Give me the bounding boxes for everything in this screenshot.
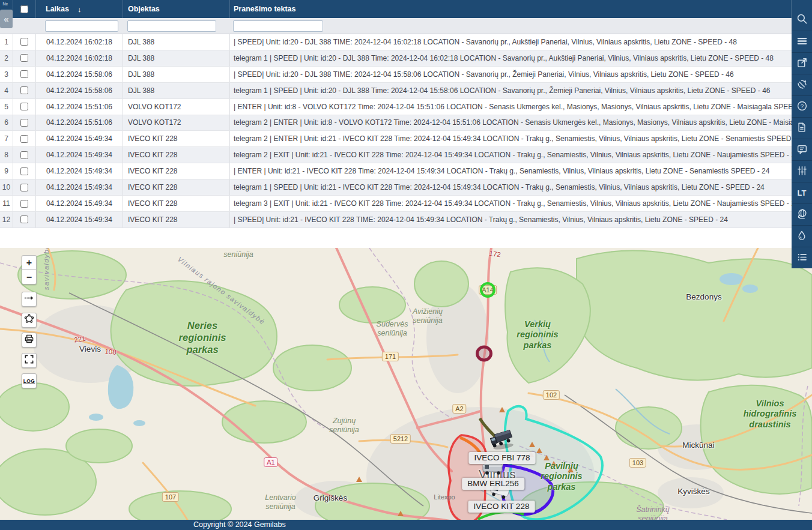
row-checkbox[interactable] [20, 70, 28, 78]
row-object: DJL 388 [123, 67, 230, 82]
right-sidebar: ? LT [792, 0, 812, 268]
row-number: 12 [0, 212, 13, 227]
row-checkbox-cell [13, 147, 36, 163]
row-number: 10 [0, 179, 13, 195]
row-message: telegram 2 | ENTER | Unit: id:21 - IVECO… [230, 131, 792, 146]
table-row[interactable]: 1 04.12.2024 16:02:18 DJL 388 | SPEED| U… [0, 34, 792, 50]
row-number: 2 [0, 50, 13, 66]
help-icon: ? [796, 100, 808, 113]
select-all-checkbox[interactable] [20, 5, 28, 13]
row-number: 1 [0, 34, 13, 50]
table-body: 1 04.12.2024 16:02:18 DJL 388 | SPEED| U… [0, 34, 792, 228]
table-row[interactable]: 3 04.12.2024 15:58:06 DJL 388 | SPEED| U… [0, 67, 792, 83]
row-checkbox-cell [13, 179, 36, 195]
route-arrow-icon [23, 292, 35, 306]
help-button[interactable]: ? [792, 95, 812, 117]
row-object: IVECO KIT 228 [123, 196, 230, 211]
print-button[interactable] [22, 333, 37, 348]
droplet-icon [796, 230, 807, 242]
map-canvas [0, 248, 812, 520]
geofence-marker-green[interactable] [480, 282, 495, 298]
table-row[interactable]: 6 04.12.2024 15:51:06 VOLVO KOT172 teleg… [0, 115, 792, 131]
row-message: telegram 2 | EXIT | Unit: id:21 - IVECO … [230, 147, 792, 163]
row-message: telegram 2 | ENTER | Unit: id:8 - VOLVO … [230, 115, 792, 131]
zoom-in-button[interactable]: + [22, 255, 37, 270]
open-window-button[interactable] [792, 52, 812, 74]
svg-text:?: ? [800, 102, 804, 109]
row-time: 04.12.2024 15:49:34 [36, 147, 123, 163]
row-checkbox[interactable] [20, 38, 28, 46]
row-checkbox[interactable] [20, 215, 28, 223]
track-arrow-button[interactable] [22, 292, 37, 307]
documents-button[interactable] [792, 117, 812, 139]
row-checkbox[interactable] [20, 151, 28, 159]
row-message: telegram 1 | SPEED | Unit: id:20 - DJL 3… [230, 50, 792, 66]
menu-button[interactable] [792, 31, 812, 52]
row-checkbox[interactable] [20, 86, 28, 94]
table-row[interactable]: 9 04.12.2024 15:49:34 IVECO KIT 228 | EN… [0, 163, 792, 179]
chat-icon [796, 143, 808, 157]
fuel-button[interactable] [792, 225, 812, 247]
row-checkbox[interactable] [20, 54, 28, 62]
globe-button[interactable] [792, 203, 812, 225]
document-icon [796, 122, 807, 134]
row-time: 04.12.2024 15:49:34 [36, 196, 123, 211]
draw-polygon-button[interactable] [22, 313, 37, 328]
column-header-laikas[interactable]: Laikas ↓ [36, 0, 123, 18]
external-link-icon [796, 57, 808, 70]
list-button[interactable] [792, 247, 812, 268]
filter-time-input[interactable] [45, 20, 118, 32]
row-checkbox-cell [13, 212, 36, 227]
table-row[interactable]: 2 04.12.2024 16:02:18 DJL 388 telegram 1… [0, 50, 792, 67]
row-checkbox-cell [13, 115, 36, 131]
messages-button[interactable] [792, 139, 812, 160]
print-icon [23, 333, 35, 347]
row-number: 9 [0, 163, 13, 179]
row-time: 04.12.2024 15:49:34 [36, 131, 123, 146]
row-checkbox[interactable] [20, 184, 28, 191]
filters-button[interactable] [792, 160, 812, 182]
log-button[interactable]: LOG [22, 373, 37, 388]
row-time: 04.12.2024 15:58:06 [36, 67, 123, 82]
row-object: IVECO KIT 228 [123, 147, 230, 163]
table-row[interactable]: 7 04.12.2024 15:49:34 IVECO KIT 228 tele… [0, 131, 792, 147]
sort-desc-icon[interactable]: ↓ [77, 5, 82, 14]
language-button[interactable]: LT [792, 182, 812, 203]
row-message: telegram 1 | SPEED | Unit: id:21 - IVECO… [230, 179, 792, 195]
fullscreen-icon [23, 354, 35, 367]
row-object: VOLVO KOT172 [123, 99, 230, 115]
table-row[interactable]: 11 04.12.2024 15:49:34 IVECO KIT 228 tel… [0, 196, 792, 212]
table-row[interactable]: 8 04.12.2024 15:49:34 IVECO KIT 228 tele… [0, 147, 792, 163]
table-row[interactable]: 12 04.12.2024 15:49:34 IVECO KIT 228 | S… [0, 212, 792, 228]
column-header-message[interactable]: Pranešimo tektas [230, 0, 792, 18]
row-number: 11 [0, 196, 13, 211]
copyright-text: Copyright © 2024 Gemilabs [193, 520, 286, 530]
row-checkbox[interactable] [20, 119, 28, 127]
menu-icon [796, 35, 808, 49]
row-message: | ENTER | Unit: id:21 - IVECO KIT 228 Ti… [230, 163, 792, 179]
row-checkbox[interactable] [20, 200, 28, 208]
zoom-out-button[interactable]: − [22, 270, 37, 285]
satellite-icon [796, 79, 808, 92]
row-time: 04.12.2024 16:02:18 [36, 50, 123, 66]
table-row[interactable]: 5 04.12.2024 15:51:06 VOLVO KOT172 | ENT… [0, 99, 792, 115]
search-button[interactable] [792, 9, 812, 31]
search-icon [796, 13, 808, 26]
column-header-objektas[interactable]: Objektas [123, 0, 230, 18]
table-row[interactable]: 10 04.12.2024 15:49:34 IVECO KIT 228 tel… [0, 179, 792, 196]
filter-message-input[interactable] [233, 20, 323, 32]
row-checkbox[interactable] [20, 167, 28, 175]
map-controls: + − [22, 255, 37, 388]
row-checkbox[interactable] [20, 135, 28, 143]
collapse-panel-button[interactable]: « [0, 10, 13, 28]
geofence-marker-maroon[interactable] [476, 346, 492, 362]
table-row[interactable]: 4 04.12.2024 15:58:06 DJL 388 telegram 1… [0, 83, 792, 99]
row-number: 6 [0, 115, 13, 131]
map[interactable]: Neries regioninis parkasVerkių regionini… [0, 248, 812, 520]
satellite-button[interactable] [792, 74, 812, 95]
filter-object-input[interactable] [127, 20, 216, 32]
row-checkbox-cell [13, 67, 36, 82]
row-checkbox[interactable] [20, 103, 28, 110]
column-header-checkbox [13, 0, 36, 18]
fullscreen-button[interactable] [22, 353, 37, 368]
